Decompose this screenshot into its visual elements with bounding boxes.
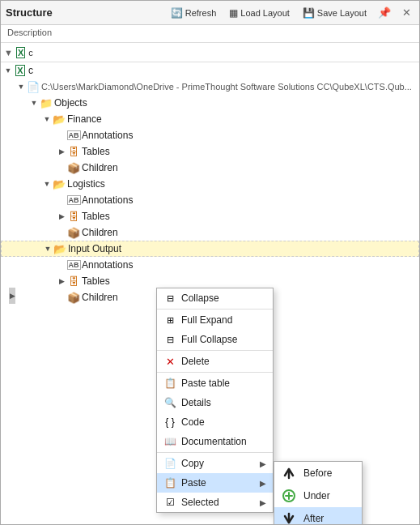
ctx-code-label: Code	[181, 416, 266, 428]
submenu: Before Under	[274, 461, 363, 524]
expand-tables2[interactable]: ▶	[56, 211, 67, 222]
root-icon: X	[14, 64, 27, 77]
title-bar: Structure 🔄 Refresh ▦ Load Layout 💾 Save…	[1, 1, 419, 25]
tree-item-annotations2[interactable]: ▶ AB Annotations	[1, 192, 419, 208]
tree-item-path[interactable]: ▼ 📄 C:\Users\MarkDiamond\OneDrive - Prim…	[1, 79, 419, 95]
ctx-selected[interactable]: ☑ Selected ▶	[157, 493, 273, 512]
expand-objects[interactable]: ▼	[28, 97, 40, 109]
save-layout-icon: 💾	[303, 7, 315, 19]
code-icon: { }	[163, 416, 176, 429]
expand-root[interactable]: ▼	[2, 65, 14, 76]
tree-item-tables3[interactable]: ▶ 🗄 Tables	[1, 273, 419, 289]
copy-arrow: ▶	[260, 459, 266, 468]
ctx-full-collapse[interactable]: ⊟ Full Collapse	[157, 330, 273, 349]
tree-item-logistics[interactable]: ▼ 📂 Logistics	[1, 176, 419, 192]
objects-icon: 📁	[40, 96, 53, 109]
tables2-label: Tables	[82, 211, 110, 222]
ctx-paste[interactable]: 📋 Paste ▶	[157, 473, 273, 493]
expand-finance[interactable]: ▼	[41, 113, 53, 125]
paste-arrow: ▶	[260, 479, 266, 488]
ctx-documentation-label: Documentation	[181, 436, 266, 447]
close-button[interactable]: ✕	[399, 5, 414, 20]
ctx-full-expand-label: Full Expand	[181, 314, 266, 326]
details-icon: 🔍	[163, 396, 176, 409]
sub-under[interactable]: Under	[274, 484, 362, 507]
ctx-full-expand[interactable]: ⊞ Full Expand	[157, 310, 273, 330]
sub-before[interactable]: Before	[274, 462, 362, 484]
before-label: Before	[303, 467, 332, 479]
left-arrow-indicator: ▶	[9, 288, 15, 304]
ctx-paste-label: Paste	[181, 477, 255, 489]
paste-icon: 📋	[163, 476, 176, 489]
tables2-icon: 🗄	[67, 210, 80, 223]
ctx-details-label: Details	[181, 397, 266, 408]
tree-item-children2[interactable]: ▶ 📦 Children	[1, 224, 419, 241]
ctx-full-collapse-label: Full Collapse	[181, 334, 266, 345]
tree-item-finance[interactable]: ▼ 📂 Finance	[1, 111, 419, 127]
annotations3-label: Annotations	[82, 259, 133, 271]
children2-icon: 📦	[67, 226, 80, 239]
path-label: C:\Users\MarkDiamond\OneDrive - PrimeTho…	[41, 82, 412, 92]
filter-icon: ▼	[4, 48, 13, 58]
after-icon	[281, 510, 297, 524]
ctx-collapse[interactable]: ⊟ Collapse	[157, 288, 273, 308]
ctx-sep2	[157, 350, 273, 351]
load-layout-icon: ▦	[229, 7, 238, 19]
copy-icon: 📄	[163, 457, 176, 470]
full-expand-icon: ⊞	[163, 314, 176, 327]
logistics-icon: 📂	[53, 177, 66, 190]
tree-item-annotations1[interactable]: ▶ AB Annotations	[1, 127, 419, 143]
inputoutput-label: Input Output	[68, 243, 121, 254]
tables3-label: Tables	[82, 275, 110, 287]
documentation-icon: 📖	[163, 435, 176, 448]
selected-arrow: ▶	[260, 498, 266, 507]
after-label: After	[303, 513, 324, 524]
refresh-icon: 🔄	[171, 7, 183, 19]
ctx-code[interactable]: { } Code	[157, 412, 273, 432]
structure-panel: Structure 🔄 Refresh ▦ Load Layout 💾 Save…	[0, 0, 420, 525]
tree-item-objects[interactable]: ▼ 📁 Objects	[1, 95, 419, 111]
ctx-delete[interactable]: ✕ Delete	[157, 352, 273, 371]
expand-tables1[interactable]: ▶	[56, 146, 67, 157]
expand-tables3[interactable]: ▶	[56, 275, 67, 287]
tree-item-root[interactable]: ▼ X c	[1, 62, 419, 79]
tables1-label: Tables	[82, 146, 110, 157]
pin-button[interactable]: 📌	[376, 5, 392, 20]
finance-icon: 📂	[53, 113, 66, 126]
objects-label: Objects	[54, 97, 87, 109]
tree-item-children1[interactable]: ▶ 📦 Children	[1, 160, 419, 176]
excel-icon-small: X	[16, 47, 25, 58]
ctx-sep4	[157, 452, 273, 453]
filter-input[interactable]	[28, 48, 416, 58]
collapse-icon: ⊟	[163, 292, 176, 305]
finance-label: Finance	[67, 113, 102, 125]
ctx-sep1	[157, 309, 273, 309]
expand-path[interactable]: ▼	[15, 81, 27, 92]
sub-after[interactable]: After	[274, 507, 362, 524]
tree-area: ▼ X c ▼ 📄 C:\Users\MarkDiamond\OneDrive …	[1, 62, 419, 524]
ctx-sep3	[157, 372, 273, 373]
panel-title: Structure	[6, 6, 53, 19]
tree-item-tables2[interactable]: ▶ 🗄 Tables	[1, 208, 419, 224]
children3-label: Children	[82, 292, 118, 303]
tree-item-annotations3[interactable]: ▶ AB Annotations	[1, 257, 419, 273]
selected-icon: ☑	[163, 496, 176, 509]
before-icon	[281, 465, 297, 481]
load-layout-button[interactable]: ▦ Load Layout	[226, 6, 293, 20]
ctx-details[interactable]: 🔍 Details	[157, 393, 273, 412]
expand-inputoutput[interactable]: ▼	[42, 243, 53, 254]
expand-logistics[interactable]: ▼	[41, 178, 53, 190]
ctx-documentation[interactable]: 📖 Documentation	[157, 432, 273, 451]
root-label: c	[28, 65, 33, 76]
annotations2-label: Annotations	[82, 194, 133, 206]
description-bar: Description	[1, 25, 419, 43]
ctx-selected-label: Selected	[181, 497, 255, 508]
ctx-copy[interactable]: 📄 Copy ▶	[157, 454, 273, 473]
ctx-delete-label: Delete	[181, 356, 266, 367]
tree-item-inputoutput[interactable]: ▼ 📂 Input Output	[1, 241, 419, 257]
refresh-button[interactable]: 🔄 Refresh	[168, 6, 220, 20]
filter-bar: ▼ X	[1, 43, 419, 62]
ctx-paste-table[interactable]: 📋 Paste table	[157, 373, 273, 393]
save-layout-button[interactable]: 💾 Save Layout	[299, 6, 370, 20]
tree-item-tables1[interactable]: ▶ 🗄 Tables	[1, 143, 419, 160]
